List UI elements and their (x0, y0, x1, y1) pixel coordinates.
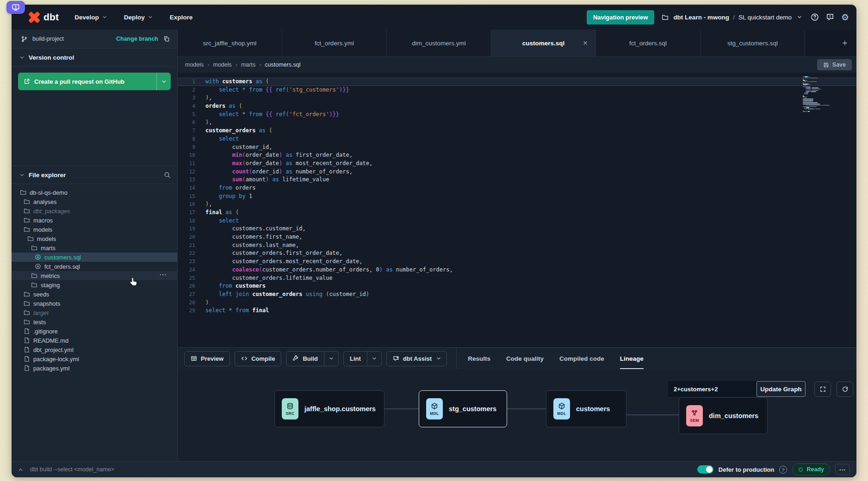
lint-button[interactable]: Lint (343, 351, 382, 366)
lineage-node-stg-customers[interactable]: MDLstg_customers (419, 390, 507, 427)
code-line-10[interactable]: 10 min(order_date) as first_order_date, (178, 151, 856, 160)
tree-item-snapshots[interactable]: snapshots (12, 299, 177, 308)
tree-item-fct-orders-sql[interactable]: fct_orders.sql (12, 262, 177, 271)
tab-fct-orders-yml[interactable]: fct_orders.yml (282, 30, 387, 56)
tree-item-marts[interactable]: marts (12, 243, 177, 253)
tree-item-target[interactable]: target (12, 308, 177, 317)
code-line-7[interactable]: 7customer_orders as ( (178, 127, 856, 135)
chevron-up-icon[interactable] (15, 465, 25, 474)
pr-button-dropdown[interactable] (156, 73, 171, 90)
tree-item-metrics[interactable]: metrics··· (12, 271, 177, 280)
defer-help-icon[interactable]: ? (779, 466, 787, 474)
code-line-4[interactable]: 4orders as ( (178, 102, 856, 111)
code-line-15[interactable]: 15 group by 1 (178, 192, 856, 201)
code-line-2[interactable]: 2 select * from {{ ref('stg_customers')}… (178, 86, 856, 94)
tab-src-jaffle-shop-yml[interactable]: src_jaffle_shop.yml (178, 30, 282, 56)
new-tab-button[interactable] (842, 40, 848, 46)
search-icon[interactable] (164, 172, 171, 179)
tree-item-staging[interactable]: staging (12, 280, 177, 290)
lineage-node-dim-customers[interactable]: SEMdim_customers (679, 397, 768, 434)
tree-item-analyses[interactable]: analyses (12, 197, 177, 206)
code-line-6[interactable]: 6), (178, 118, 856, 127)
code-line-13[interactable]: 13 sum(amount) as lifetime_value (178, 176, 856, 184)
dropdown-toggle[interactable] (367, 352, 381, 366)
code-line-20[interactable]: 20 customers.first_name, (178, 233, 856, 241)
code-line-17[interactable]: 17final as ( (178, 209, 856, 217)
tree-item-dbt-packages[interactable]: dbt_packages (12, 206, 177, 216)
lineage-node-jaffle-shop-customers[interactable]: SRCjaffle_shop.customers (274, 390, 384, 427)
minimap[interactable] (803, 76, 833, 112)
panel-tab-compiled-code[interactable]: Compiled code (559, 348, 604, 369)
code-line-28[interactable]: 28) (178, 299, 856, 307)
panel-tab-lineage[interactable]: Lineage (620, 348, 644, 369)
code-line-27[interactable]: 27 left join customer_orders using (cust… (178, 290, 856, 299)
tree-item-readme-md[interactable]: README.md (12, 336, 177, 345)
refresh-button[interactable] (837, 382, 853, 397)
panel-tab-code-quality[interactable]: Code quality (506, 348, 544, 369)
code-line-3[interactable]: 3), (178, 94, 856, 102)
copy-icon[interactable] (162, 35, 171, 43)
save-button[interactable]: Save (817, 59, 852, 70)
panel-tab-results[interactable]: Results (468, 348, 490, 369)
compile-button[interactable]: Compile (235, 351, 281, 366)
breadcrumb-item[interactable]: models (185, 62, 204, 68)
tree-item-db-sl-qs-demo[interactable]: db-sl-qs-demo (12, 188, 177, 197)
code-line-25[interactable]: 25 customer_orders.lifetime_value (178, 274, 856, 283)
tree-item-models[interactable]: models (12, 225, 177, 234)
breadcrumb-item[interactable]: customers.sql (265, 62, 300, 68)
tab-dim-customers-yml[interactable]: dim_customers.yml (387, 30, 491, 56)
tab-customers-sql[interactable]: customers.sql (491, 30, 596, 56)
breadcrumb-item[interactable]: models (213, 62, 231, 68)
gear-icon[interactable]: ⚙ (841, 13, 849, 22)
code-line-19[interactable]: 19 customers.customer_id, (178, 225, 856, 233)
preview-button[interactable]: Preview (184, 351, 230, 366)
code-line-23[interactable]: 23 customer_orders.most_recent_order_dat… (178, 258, 856, 266)
menu-explore[interactable]: Explore (170, 14, 193, 21)
tree-item-macros[interactable]: macros (12, 216, 177, 225)
navigation-preview-button[interactable]: Navigation preview (587, 10, 654, 25)
tree-item-tests[interactable]: tests (12, 317, 177, 327)
version-control-header[interactable]: Version control (12, 49, 177, 67)
code-line-14[interactable]: 14 from orders (178, 184, 856, 192)
tree-item-gitignore[interactable]: .gitignore (12, 327, 177, 336)
tree-item-package-lock-yml[interactable]: package-lock.yml (12, 354, 177, 364)
menu-develop[interactable]: Develop (74, 14, 107, 21)
code-line-9[interactable]: 9 customer_id, (178, 143, 856, 152)
build-button[interactable]: Build (286, 351, 339, 366)
breadcrumb-item[interactable]: marts (241, 62, 255, 68)
code-line-22[interactable]: 22 customer_orders.first_order_date, (178, 249, 856, 258)
code-editor[interactable]: 1with customers as (2 select * from {{ r… (178, 73, 856, 347)
project-breadcrumb[interactable]: dbt Learn - mwong / SL quickstart demo (661, 13, 804, 22)
code-line-24[interactable]: 24 coalesce(customer_orders.number_of_or… (178, 266, 856, 274)
close-icon[interactable] (583, 40, 588, 46)
lineage-filter-input[interactable] (668, 381, 756, 397)
tree-item-seeds[interactable]: seeds (12, 290, 177, 299)
code-line-26[interactable]: 26 from customers (178, 282, 856, 290)
code-line-16[interactable]: 16), (178, 200, 856, 209)
file-explorer-header[interactable]: File explorer (12, 166, 177, 184)
code-line-18[interactable]: 18 select (178, 217, 856, 225)
tab-fct-orders-sql[interactable]: fct_orders.sql (596, 30, 701, 56)
item-menu-button[interactable]: ··· (160, 271, 167, 278)
help-icon[interactable] (811, 13, 819, 22)
tree-item-dbt-project-yml[interactable]: dbt_project.yml (12, 345, 177, 354)
tree-item-packages-yml[interactable]: packages.yml (12, 364, 177, 373)
update-graph-button[interactable]: Update Graph (756, 381, 806, 397)
code-line-1[interactable]: 1with customers as ( (178, 78, 856, 86)
code-line-29[interactable]: 29select * from final (178, 307, 856, 315)
feedback-icon[interactable] (826, 13, 835, 22)
command-input[interactable]: dbt build --select <model_name> (30, 466, 114, 473)
lineage-canvas[interactable]: Update Graph SRCjaffle_shop.customersMDL… (178, 369, 856, 461)
create-pull-request-button[interactable]: Create a pull request on GitHub (18, 73, 171, 90)
dbt-logo[interactable]: dbt (28, 11, 59, 23)
menu-deploy[interactable]: Deploy (124, 14, 153, 21)
code-line-12[interactable]: 12 count(order_id) as number_of_orders, (178, 168, 856, 176)
fullscreen-button[interactable] (814, 382, 831, 397)
tree-item-customers-sql[interactable]: customers.sql (12, 253, 177, 262)
code-line-5[interactable]: 5 select * from {{ ref('fct_orders')}} (178, 111, 856, 119)
code-line-8[interactable]: 8 select (178, 135, 856, 143)
more-options-button[interactable]: ... (835, 464, 850, 475)
tab-stg-customers-sql[interactable]: stg_customers.sql (701, 30, 805, 56)
tree-item-models[interactable]: models (12, 234, 177, 243)
defer-toggle[interactable] (697, 465, 713, 474)
